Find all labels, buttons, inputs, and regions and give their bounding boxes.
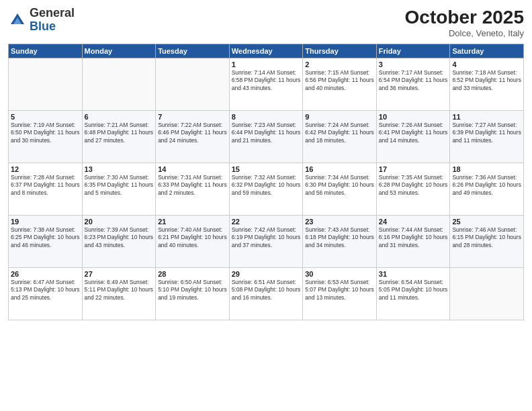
day-cell xyxy=(9,58,83,111)
day-info: Sunrise: 7:39 AM Sunset: 6:23 PM Dayligh… xyxy=(85,226,154,249)
day-info: Sunrise: 6:47 AM Sunset: 5:13 PM Dayligh… xyxy=(11,279,80,302)
location-subtitle: Dolce, Veneto, Italy xyxy=(405,28,524,38)
day-cell: 19Sunrise: 7:38 AM Sunset: 6:25 PM Dayli… xyxy=(9,216,83,268)
day-cell: 1Sunrise: 7:14 AM Sunset: 6:58 PM Daylig… xyxy=(229,58,303,111)
day-info: Sunrise: 7:43 AM Sunset: 6:18 PM Dayligh… xyxy=(305,226,374,249)
day-cell: 30Sunrise: 6:53 AM Sunset: 5:07 PM Dayli… xyxy=(303,268,377,320)
day-cell: 12Sunrise: 7:28 AM Sunset: 6:37 PM Dayli… xyxy=(9,163,83,216)
day-cell: 11Sunrise: 7:27 AM Sunset: 6:39 PM Dayli… xyxy=(450,111,524,163)
day-cell: 22Sunrise: 7:42 AM Sunset: 6:19 PM Dayli… xyxy=(229,216,303,268)
day-number: 11 xyxy=(452,113,521,121)
day-cell: 15Sunrise: 7:32 AM Sunset: 6:32 PM Dayli… xyxy=(229,163,303,216)
day-number: 7 xyxy=(158,113,227,121)
day-info: Sunrise: 7:38 AM Sunset: 6:25 PM Dayligh… xyxy=(11,226,80,249)
day-info: Sunrise: 6:49 AM Sunset: 5:11 PM Dayligh… xyxy=(85,279,154,302)
day-number: 30 xyxy=(305,270,374,278)
week-row-2: 5Sunrise: 7:19 AM Sunset: 6:50 PM Daylig… xyxy=(9,111,524,163)
weekday-header-saturday: Saturday xyxy=(450,44,524,58)
day-info: Sunrise: 6:53 AM Sunset: 5:07 PM Dayligh… xyxy=(305,279,374,302)
day-info: Sunrise: 7:44 AM Sunset: 6:16 PM Dayligh… xyxy=(379,226,448,249)
day-number: 24 xyxy=(379,218,448,226)
day-number: 29 xyxy=(232,270,301,278)
day-number: 22 xyxy=(232,218,301,226)
day-info: Sunrise: 7:18 AM Sunset: 6:52 PM Dayligh… xyxy=(452,69,521,92)
day-number: 20 xyxy=(85,218,154,226)
day-info: Sunrise: 7:21 AM Sunset: 6:48 PM Dayligh… xyxy=(85,122,154,144)
day-number: 5 xyxy=(11,113,80,121)
calendar: SundayMondayTuesdayWednesdayThursdayFrid… xyxy=(8,44,524,320)
week-row-1: 1Sunrise: 7:14 AM Sunset: 6:58 PM Daylig… xyxy=(9,58,524,111)
day-info: Sunrise: 7:30 AM Sunset: 6:35 PM Dayligh… xyxy=(85,174,154,197)
weekday-header-friday: Friday xyxy=(376,44,450,58)
day-info: Sunrise: 7:15 AM Sunset: 6:56 PM Dayligh… xyxy=(305,69,374,92)
title-block: October 2025 Dolce, Veneto, Italy xyxy=(405,7,524,38)
day-number: 12 xyxy=(11,165,80,173)
header: General Blue October 2025 Dolce, Veneto,… xyxy=(8,7,524,38)
day-cell: 8Sunrise: 7:23 AM Sunset: 6:44 PM Daylig… xyxy=(229,111,303,163)
weekday-header-row: SundayMondayTuesdayWednesdayThursdayFrid… xyxy=(9,44,524,58)
day-number: 31 xyxy=(379,270,448,278)
month-title: October 2025 xyxy=(405,7,524,28)
day-cell xyxy=(156,58,230,111)
day-cell: 28Sunrise: 6:50 AM Sunset: 5:10 PM Dayli… xyxy=(156,268,230,320)
day-info: Sunrise: 7:23 AM Sunset: 6:44 PM Dayligh… xyxy=(232,122,301,144)
day-cell: 13Sunrise: 7:30 AM Sunset: 6:35 PM Dayli… xyxy=(82,163,156,216)
day-info: Sunrise: 7:40 AM Sunset: 6:21 PM Dayligh… xyxy=(158,226,227,249)
day-cell: 29Sunrise: 6:51 AM Sunset: 5:08 PM Dayli… xyxy=(229,268,303,320)
day-number: 2 xyxy=(305,60,374,68)
day-cell: 6Sunrise: 7:21 AM Sunset: 6:48 PM Daylig… xyxy=(82,111,156,163)
day-number: 13 xyxy=(85,165,154,173)
week-row-5: 26Sunrise: 6:47 AM Sunset: 5:13 PM Dayli… xyxy=(9,268,524,320)
day-cell: 10Sunrise: 7:26 AM Sunset: 6:41 PM Dayli… xyxy=(376,111,450,163)
day-cell: 7Sunrise: 7:22 AM Sunset: 6:46 PM Daylig… xyxy=(156,111,230,163)
day-cell: 24Sunrise: 7:44 AM Sunset: 6:16 PM Dayli… xyxy=(376,216,450,268)
day-cell: 17Sunrise: 7:35 AM Sunset: 6:28 PM Dayli… xyxy=(376,163,450,216)
weekday-header-wednesday: Wednesday xyxy=(229,44,303,58)
day-info: Sunrise: 7:42 AM Sunset: 6:19 PM Dayligh… xyxy=(232,226,301,249)
day-number: 26 xyxy=(11,270,80,278)
day-cell: 9Sunrise: 7:24 AM Sunset: 6:42 PM Daylig… xyxy=(303,111,377,163)
day-number: 25 xyxy=(452,218,521,226)
day-number: 1 xyxy=(232,60,301,68)
day-cell xyxy=(82,58,156,111)
weekday-header-thursday: Thursday xyxy=(303,44,377,58)
day-info: Sunrise: 7:17 AM Sunset: 6:54 PM Dayligh… xyxy=(379,69,448,92)
day-cell: 23Sunrise: 7:43 AM Sunset: 6:18 PM Dayli… xyxy=(303,216,377,268)
day-number: 10 xyxy=(379,113,448,121)
logo: General Blue xyxy=(8,7,75,34)
day-info: Sunrise: 6:51 AM Sunset: 5:08 PM Dayligh… xyxy=(232,279,301,302)
day-number: 17 xyxy=(379,165,448,173)
day-number: 6 xyxy=(85,113,154,121)
day-info: Sunrise: 7:27 AM Sunset: 6:39 PM Dayligh… xyxy=(452,122,521,144)
day-info: Sunrise: 7:32 AM Sunset: 6:32 PM Dayligh… xyxy=(232,174,301,197)
day-info: Sunrise: 7:14 AM Sunset: 6:58 PM Dayligh… xyxy=(232,69,301,92)
day-number: 19 xyxy=(11,218,80,226)
day-number: 28 xyxy=(158,270,227,278)
day-info: Sunrise: 7:34 AM Sunset: 6:30 PM Dayligh… xyxy=(305,174,374,197)
day-number: 15 xyxy=(232,165,301,173)
day-number: 16 xyxy=(305,165,374,173)
day-cell: 20Sunrise: 7:39 AM Sunset: 6:23 PM Dayli… xyxy=(82,216,156,268)
day-number: 3 xyxy=(379,60,448,68)
day-info: Sunrise: 7:19 AM Sunset: 6:50 PM Dayligh… xyxy=(11,122,80,144)
day-info: Sunrise: 7:28 AM Sunset: 6:37 PM Dayligh… xyxy=(11,174,80,197)
day-cell: 2Sunrise: 7:15 AM Sunset: 6:56 PM Daylig… xyxy=(303,58,377,111)
day-number: 18 xyxy=(452,165,521,173)
logo-general-text: General xyxy=(30,6,75,19)
day-cell: 4Sunrise: 7:18 AM Sunset: 6:52 PM Daylig… xyxy=(450,58,524,111)
logo-icon xyxy=(8,11,27,30)
weekday-header-tuesday: Tuesday xyxy=(156,44,230,58)
day-number: 27 xyxy=(85,270,154,278)
day-info: Sunrise: 7:35 AM Sunset: 6:28 PM Dayligh… xyxy=(379,174,448,197)
day-number: 8 xyxy=(232,113,301,121)
day-info: Sunrise: 7:26 AM Sunset: 6:41 PM Dayligh… xyxy=(379,122,448,144)
day-info: Sunrise: 6:50 AM Sunset: 5:10 PM Dayligh… xyxy=(158,279,227,302)
day-number: 23 xyxy=(305,218,374,226)
day-cell: 14Sunrise: 7:31 AM Sunset: 6:33 PM Dayli… xyxy=(156,163,230,216)
day-number: 4 xyxy=(452,60,521,68)
day-info: Sunrise: 7:22 AM Sunset: 6:46 PM Dayligh… xyxy=(158,122,227,144)
day-cell: 31Sunrise: 6:54 AM Sunset: 5:05 PM Dayli… xyxy=(376,268,450,320)
day-cell: 25Sunrise: 7:46 AM Sunset: 6:15 PM Dayli… xyxy=(450,216,524,268)
day-cell: 18Sunrise: 7:36 AM Sunset: 6:26 PM Dayli… xyxy=(450,163,524,216)
week-row-4: 19Sunrise: 7:38 AM Sunset: 6:25 PM Dayli… xyxy=(9,216,524,268)
